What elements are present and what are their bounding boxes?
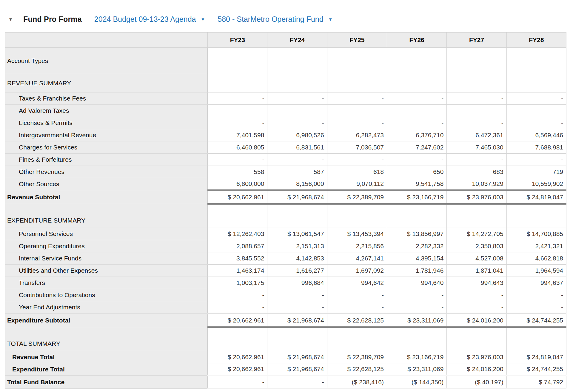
table-body: Account TypesREVENUE SUMMARYTaxes & Fran…	[5, 48, 566, 389]
cell-fy25: -	[327, 92, 387, 105]
row-label: REVENUE SUMMARY	[5, 74, 208, 92]
row-label: Revenue Subtotal	[5, 190, 208, 204]
cell-fy26: 7,247,602	[387, 141, 447, 154]
cell-fy26	[387, 48, 447, 74]
cell-fy25: $ 22,389,709	[327, 190, 387, 204]
cell-fy27: 10,037,929	[447, 178, 506, 190]
row-label: Other Sources	[5, 178, 208, 190]
cell-fy28: $ 74,792	[506, 376, 566, 389]
cell-fy26: -	[387, 289, 447, 301]
cell-fy24	[267, 327, 327, 351]
cell-fy26: $ 23,311,069	[387, 314, 447, 327]
cell-fy26: 1,781,946	[387, 265, 447, 277]
cell-fy25: 9,070,112	[327, 178, 387, 190]
row-label: Other Revenues	[5, 166, 208, 178]
cell-fy27: 4,527,008	[447, 252, 506, 265]
cell-fy23: -	[208, 289, 267, 301]
table-row: Charges for Services6,460,8056,831,5617,…	[5, 141, 566, 154]
table-row: Operating Expenditures2,088,6572,151,313…	[5, 240, 566, 252]
column-header-row: FY23 FY24 FY25 FY26 FY27 FY28	[5, 33, 566, 48]
table-row: Intergovernmental Revenue7,401,5986,980,…	[5, 129, 566, 141]
cell-fy27: -	[447, 117, 506, 129]
cell-fy25: 4,267,141	[327, 252, 387, 265]
cell-fy24: 587	[267, 166, 327, 178]
cell-fy23: 1,003,175	[208, 277, 267, 289]
cell-fy26	[387, 327, 447, 351]
cell-fy27: ($ 40,197)	[447, 376, 506, 389]
cell-fy25: 994,642	[327, 277, 387, 289]
corner-cell	[5, 33, 208, 48]
cell-fy26: 4,395,154	[387, 252, 447, 265]
row-label: Fines & Forfeitures	[5, 154, 208, 166]
cell-fy26: $ 23,311,069	[387, 363, 447, 376]
cell-fy24: 6,980,526	[267, 129, 327, 141]
cell-fy23: 6,800,000	[208, 178, 267, 190]
row-label: Licenses & Permits	[5, 117, 208, 129]
budget-version-caret-icon[interactable]: ▼	[201, 17, 205, 21]
cell-fy25: 618	[327, 166, 387, 178]
cell-fy24: 8,156,000	[267, 178, 327, 190]
budget-version-dropdown[interactable]: 2024 Budget 09-13-23 Agenda	[94, 15, 196, 24]
cell-fy23: -	[208, 376, 267, 389]
cell-fy28: 719	[506, 166, 566, 178]
cell-fy24: $ 21,968,674	[267, 314, 327, 327]
cell-fy23: 2,088,657	[208, 240, 267, 252]
cell-fy25: 2,215,856	[327, 240, 387, 252]
fund-dropdown[interactable]: 580 - StarMetro Operating Fund	[218, 15, 323, 24]
table-row: Contributions to Operations------	[5, 289, 566, 301]
cell-fy28: -	[506, 289, 566, 301]
table-row: Fines & Forfeitures------	[5, 154, 566, 166]
cell-fy24: $ 21,968,674	[267, 190, 327, 204]
cell-fy28: $ 14,700,885	[506, 228, 566, 240]
cell-fy26: ($ 144,350)	[387, 376, 447, 389]
cell-fy23: 6,460,805	[208, 141, 267, 154]
collapse-caret-icon[interactable]: ▼	[8, 17, 14, 21]
cell-fy26	[387, 74, 447, 92]
row-label: Personnel Services	[5, 228, 208, 240]
cell-fy27: $ 24,016,200	[447, 363, 506, 376]
cell-fy23: 7,401,598	[208, 129, 267, 141]
cell-fy26: -	[387, 117, 447, 129]
cell-fy25: ($ 238,416)	[327, 376, 387, 389]
row-label: Expenditure Total	[5, 363, 208, 376]
table-row: Other Sources6,800,0008,156,0009,070,112…	[5, 178, 566, 190]
cell-fy27: 994,643	[447, 277, 506, 289]
cell-fy25: -	[327, 289, 387, 301]
fund-caret-icon[interactable]: ▼	[328, 17, 333, 21]
column-header-fy28: FY28	[506, 33, 566, 48]
pro-forma-table: FY23 FY24 FY25 FY26 FY27 FY28 Account Ty…	[5, 32, 566, 389]
cell-fy28: -	[506, 117, 566, 129]
cell-fy27: $ 23,976,003	[447, 351, 506, 363]
row-label: EXPENDITURE SUMMARY	[5, 204, 208, 228]
cell-fy28: 994,637	[506, 277, 566, 289]
cell-fy24: -	[267, 105, 327, 117]
cell-fy27: 6,472,361	[447, 129, 506, 141]
cell-fy26	[387, 204, 447, 228]
table-row: TOTAL SUMMARY	[5, 327, 566, 351]
row-label: Account Types	[5, 48, 208, 74]
cell-fy27: -	[447, 289, 506, 301]
column-header-fy25: FY25	[327, 33, 387, 48]
row-label: Revenue Total	[5, 351, 208, 363]
cell-fy28	[506, 48, 566, 74]
cell-fy25	[327, 74, 387, 92]
cell-fy24: 4,142,853	[267, 252, 327, 265]
cell-fy27: $ 14,272,705	[447, 228, 506, 240]
cell-fy28: -	[506, 92, 566, 105]
table-row: Revenue Total$ 20,662,961$ 21,968,674$ 2…	[5, 351, 566, 363]
row-label: Internal Service Funds	[5, 252, 208, 265]
cell-fy24: -	[267, 117, 327, 129]
top-bar: ▼ Fund Pro Forma 2024 Budget 09-13-23 Ag…	[0, 0, 573, 26]
table-row: Ad Valorem Taxes------	[5, 105, 566, 117]
cell-fy23: $ 20,662,961	[208, 314, 267, 327]
cell-fy25: 1,697,092	[327, 265, 387, 277]
cell-fy24: 2,151,313	[267, 240, 327, 252]
cell-fy25: 6,282,473	[327, 129, 387, 141]
row-label: Transfers	[5, 277, 208, 289]
cell-fy23: $ 20,662,961	[208, 363, 267, 376]
cell-fy26: $ 23,166,719	[387, 190, 447, 204]
cell-fy26: $ 13,856,997	[387, 228, 447, 240]
table-row: Utilities and Other Expenses1,463,1741,6…	[5, 265, 566, 277]
cell-fy28	[506, 327, 566, 351]
cell-fy26: -	[387, 154, 447, 166]
